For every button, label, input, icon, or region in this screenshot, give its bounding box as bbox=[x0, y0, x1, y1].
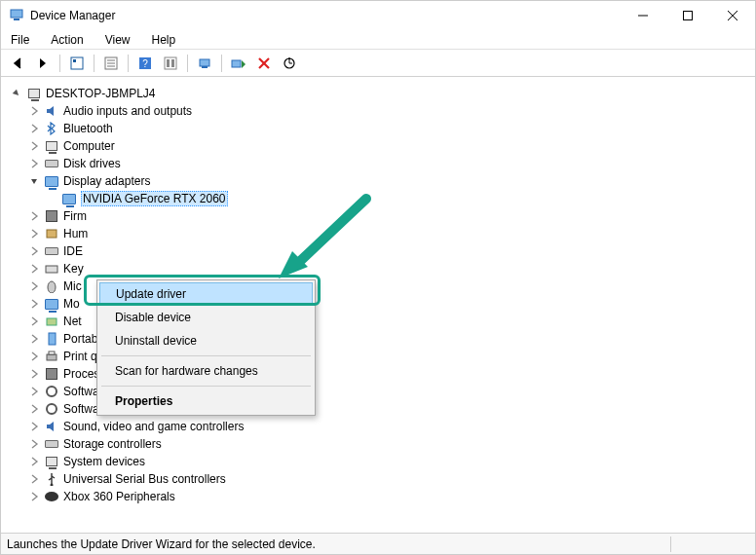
expand-icon[interactable] bbox=[28, 491, 40, 502]
tree-category-label: Hum bbox=[63, 227, 88, 240]
portable-icon bbox=[44, 331, 59, 347]
expand-icon[interactable] bbox=[28, 123, 40, 134]
svg-point-31 bbox=[45, 492, 58, 501]
help-button[interactable]: ? bbox=[134, 53, 156, 74]
menu-view[interactable]: View bbox=[101, 32, 134, 48]
svg-point-25 bbox=[48, 281, 56, 293]
menu-help[interactable]: Help bbox=[148, 32, 180, 48]
tree-category[interactable]: System devices bbox=[11, 453, 755, 470]
expand-icon[interactable] bbox=[28, 210, 40, 222]
properties-button[interactable] bbox=[100, 53, 122, 74]
expand-icon[interactable] bbox=[28, 298, 40, 310]
statusbar-text: Launches the Update Driver Wizard for th… bbox=[7, 537, 670, 551]
tree-device-label: NVIDIA GeForce RTX 2060 bbox=[81, 191, 228, 206]
expand-icon[interactable] bbox=[28, 280, 40, 292]
tree-category[interactable]: Bluetooth bbox=[11, 120, 755, 137]
svg-rect-1 bbox=[14, 18, 19, 20]
expand-icon[interactable] bbox=[28, 456, 40, 467]
tree-category[interactable]: Computer bbox=[11, 137, 755, 155]
expand-icon[interactable] bbox=[28, 140, 40, 152]
back-button[interactable] bbox=[7, 53, 28, 74]
monitor-icon bbox=[44, 296, 59, 312]
scan-hardware-button[interactable] bbox=[279, 53, 300, 74]
menu-action[interactable]: Action bbox=[47, 32, 87, 48]
device-tree[interactable]: DESKTOP-JBMPLJ4 Audio inputs and outputs… bbox=[1, 77, 755, 525]
enable-device-button[interactable] bbox=[228, 53, 249, 74]
tree-category[interactable]: IDE bbox=[11, 242, 755, 260]
expand-icon[interactable] bbox=[28, 158, 40, 169]
titlebar: Device Manager bbox=[1, 1, 755, 30]
expand-icon[interactable] bbox=[28, 333, 40, 345]
chip-icon bbox=[44, 366, 59, 382]
tree-category[interactable]: Storage controllers bbox=[11, 435, 755, 453]
context-menu-item[interactable]: Properties bbox=[99, 389, 313, 413]
menu-file[interactable]: File bbox=[7, 32, 33, 48]
tree-category-label: Disk drives bbox=[63, 157, 121, 170]
close-button[interactable] bbox=[710, 1, 755, 30]
collapse-icon[interactable] bbox=[28, 175, 40, 187]
tree-category[interactable]: Universal Serial Bus controllers bbox=[11, 470, 755, 488]
tree-category[interactable]: Audio inputs and outputs bbox=[11, 102, 755, 120]
tree-category-label: Bluetooth bbox=[63, 122, 113, 135]
svg-text:?: ? bbox=[142, 58, 148, 69]
tree-category-label: Mic bbox=[63, 279, 82, 293]
context-menu-item[interactable]: Scan for hardware changes bbox=[99, 359, 313, 383]
toolbar-button[interactable] bbox=[160, 53, 181, 74]
expand-icon[interactable] bbox=[28, 351, 40, 362]
tree-category[interactable]: Disk drives bbox=[11, 155, 755, 172]
net-icon bbox=[44, 314, 59, 329]
tree-category[interactable]: Sound, video and game controllers bbox=[11, 418, 755, 435]
context-menu-item[interactable]: Update driver bbox=[99, 282, 313, 306]
show-hidden-button[interactable] bbox=[66, 53, 88, 74]
expand-icon[interactable] bbox=[28, 438, 40, 450]
svg-rect-26 bbox=[47, 318, 57, 325]
gear-icon bbox=[44, 401, 59, 417]
tree-category-label: Sound, video and game controllers bbox=[63, 420, 244, 433]
forward-button[interactable] bbox=[32, 53, 54, 74]
expand-icon[interactable] bbox=[28, 368, 40, 380]
tree-category-label: Audio inputs and outputs bbox=[63, 104, 192, 118]
chip-icon bbox=[44, 208, 59, 224]
svg-rect-7 bbox=[73, 59, 76, 62]
context-menu-separator bbox=[101, 355, 311, 356]
context-menu: Update driverDisable deviceUninstall dev… bbox=[96, 279, 316, 416]
toolbar-separator bbox=[187, 55, 188, 72]
collapse-icon[interactable] bbox=[11, 88, 22, 99]
computer-icon bbox=[26, 86, 42, 101]
svg-rect-23 bbox=[47, 230, 57, 238]
expand-icon[interactable] bbox=[28, 228, 40, 240]
expand-icon[interactable] bbox=[28, 403, 40, 415]
expand-icon[interactable] bbox=[28, 263, 40, 275]
tree-category[interactable]: Key bbox=[11, 260, 755, 278]
tree-root[interactable]: DESKTOP-JBMPLJ4 bbox=[11, 85, 755, 102]
tree-category-label: Net bbox=[63, 314, 82, 328]
menubar: File Action View Help bbox=[1, 30, 755, 50]
tree-root-label: DESKTOP-JBMPLJ4 bbox=[46, 87, 155, 100]
expand-icon[interactable] bbox=[28, 421, 40, 432]
context-menu-item[interactable]: Uninstall device bbox=[99, 329, 313, 352]
expand-icon[interactable] bbox=[28, 245, 40, 257]
pc-icon bbox=[44, 138, 59, 154]
tree-device[interactable]: NVIDIA GeForce RTX 2060 bbox=[11, 190, 755, 207]
toolbar-separator bbox=[221, 55, 222, 72]
update-driver-button[interactable] bbox=[194, 53, 215, 74]
tree-category[interactable]: Firm bbox=[11, 207, 755, 225]
uninstall-device-button[interactable] bbox=[253, 53, 275, 74]
expand-icon[interactable] bbox=[28, 473, 40, 485]
tree-category[interactable]: Xbox 360 Peripherals bbox=[11, 488, 755, 505]
context-menu-item[interactable]: Disable device bbox=[99, 306, 313, 329]
statusbar-separator bbox=[670, 536, 671, 552]
minimize-button[interactable] bbox=[621, 1, 665, 30]
tree-category-label: Storage controllers bbox=[63, 437, 162, 451]
toolbar-separator bbox=[128, 55, 129, 72]
tree-category[interactable]: Display adapters bbox=[11, 172, 755, 190]
app-icon bbox=[9, 8, 24, 23]
svg-rect-29 bbox=[49, 352, 55, 354]
tree-category[interactable]: Hum bbox=[11, 225, 755, 242]
expand-icon[interactable] bbox=[28, 386, 40, 397]
maximize-button[interactable] bbox=[665, 1, 710, 30]
svg-rect-19 bbox=[232, 60, 241, 67]
expand-icon[interactable] bbox=[28, 315, 40, 327]
expand-icon[interactable] bbox=[28, 105, 40, 117]
svg-rect-15 bbox=[167, 59, 170, 67]
